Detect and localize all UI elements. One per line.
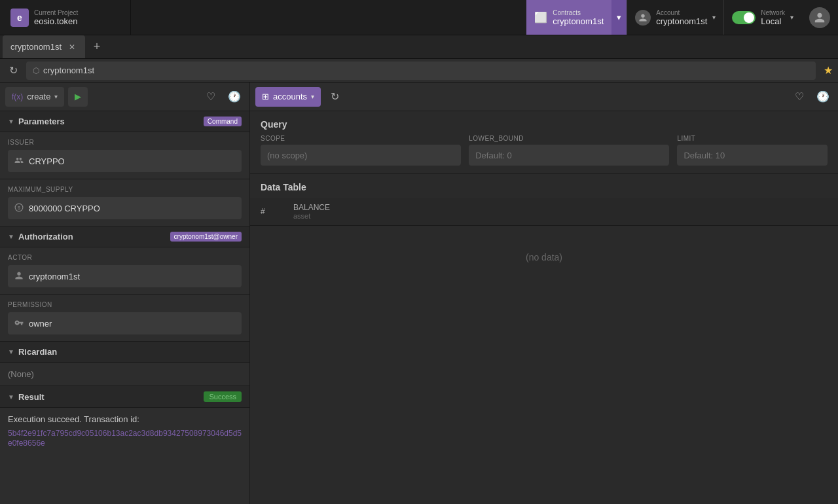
contracts-button[interactable]: ⬜ Contracts cryptonom1st: [526, 0, 611, 35]
authorization-title: Authorization: [18, 232, 73, 242]
permission-label: PERMISSION: [8, 301, 242, 308]
scope-field: SCOPE: [261, 135, 461, 166]
parameters-header: ▼ Parameters Command: [0, 111, 249, 132]
left-panel: f(x) create ▾ ▶ ♡ 🕐 ▼ Parameters Command…: [0, 82, 250, 504]
history-button[interactable]: 🕐: [225, 87, 244, 107]
permission-value: owner: [29, 319, 52, 329]
permission-input[interactable]: owner: [8, 312, 242, 334]
network-name: Local: [761, 16, 785, 26]
svg-text:$: $: [18, 205, 20, 209]
max-supply-param: MAXIMUM_SUPPLY $ 8000000 CRYPPO: [0, 179, 249, 226]
tab-close-button[interactable]: ✕: [67, 42, 77, 52]
ricardian-content: (None): [0, 363, 249, 386]
actor-icon: [14, 271, 24, 282]
address-text: cryptonom1st: [43, 65, 94, 75]
tab-bar: cryptonom1st ✕ +: [0, 35, 838, 59]
contracts-info: Contracts cryptonom1st: [553, 9, 604, 26]
ricardian-header: ▼ Ricardian: [0, 342, 249, 363]
account-name: cryptonom1st: [656, 16, 707, 26]
network-dropdown-arrow[interactable]: ▾: [790, 14, 793, 21]
user-avatar[interactable]: [809, 7, 830, 28]
query-refresh-button[interactable]: ↻: [325, 87, 344, 107]
query-label: Query: [250, 111, 838, 135]
actor-value: cryptonom1st: [29, 272, 80, 281]
project-info: Current Project eosio.token: [34, 9, 78, 26]
authorization-badge: cryptonom1st@owner: [170, 232, 242, 242]
issuer-value: CRYPPO: [29, 156, 65, 166]
scope-input[interactable]: [261, 145, 461, 166]
address-bar: ↻ ⬡ cryptonom1st ★: [0, 59, 838, 82]
max-supply-input[interactable]: $ 8000000 CRYPPO: [8, 197, 242, 219]
parameters-chevron: ▼: [8, 118, 14, 125]
data-table-header: Data Table: [250, 174, 838, 198]
limit-field: LIMIT: [677, 135, 828, 166]
project-icon: e: [10, 9, 29, 27]
ricardian-title: Ricardian: [18, 347, 57, 357]
refresh-button[interactable]: ↻: [5, 63, 21, 79]
function-button[interactable]: f(x) create ▾: [5, 87, 64, 107]
project-name: eosio.token: [34, 16, 78, 26]
address-icon: ⬡: [33, 66, 39, 75]
address-input-wrap[interactable]: ⬡ cryptonom1st: [26, 62, 816, 80]
account-icon: [635, 10, 651, 26]
result-chevron: ▼: [8, 393, 14, 401]
right-history-button[interactable]: 🕐: [813, 87, 833, 107]
result-title: Result: [18, 392, 45, 402]
query-inputs: SCOPE LOWER_BOUND LIMIT: [250, 135, 838, 174]
account-section[interactable]: Account cryptonom1st ▾: [627, 0, 723, 35]
lower-bound-field: LOWER_BOUND: [469, 135, 669, 166]
contracts-name: cryptonom1st: [553, 16, 604, 26]
scope-label: SCOPE: [261, 135, 461, 142]
issuer-icon: [14, 156, 24, 167]
result-badge: Success: [204, 391, 242, 402]
account-info: Account cryptonom1st: [656, 9, 707, 26]
bookmark-icon[interactable]: ★: [824, 64, 833, 77]
table-header-row: # BALANCE asset: [250, 198, 838, 226]
contracts-dropdown-arrow[interactable]: ▾: [611, 0, 627, 35]
ricardian-text: (None): [8, 369, 34, 379]
transaction-id-link[interactable]: 5b4f2e91fc7a795cd9c05106b13ac2ac3d8db934…: [8, 429, 242, 448]
result-header: ▼ Result Success: [0, 386, 249, 408]
data-table: # BALANCE asset (no data): [250, 198, 838, 504]
account-label: Account: [656, 9, 707, 16]
active-tab[interactable]: cryptonom1st ✕: [3, 35, 85, 58]
no-data-message: (no data): [250, 226, 838, 289]
run-button[interactable]: ▶: [68, 87, 88, 107]
function-prefix-icon: f(x): [12, 92, 23, 101]
result-content: Execution succeed. Transaction id: 5b4f2…: [0, 408, 249, 454]
network-toggle[interactable]: [732, 11, 756, 24]
max-supply-value: 8000000 CRYPPO: [29, 204, 100, 213]
accounts-grid-icon: ⊞: [262, 92, 269, 101]
add-tab-button[interactable]: +: [88, 38, 106, 56]
contracts-label: Contracts: [553, 9, 604, 16]
limit-input[interactable]: [677, 145, 828, 166]
issuer-param: ISSUER CRYPPO: [0, 132, 249, 179]
right-favorite-button[interactable]: ♡: [790, 87, 809, 107]
ricardian-chevron: ▼: [8, 348, 14, 355]
current-project: e Current Project eosio.token: [0, 0, 131, 35]
max-supply-label: MAXIMUM_SUPPLY: [8, 186, 242, 193]
left-toolbar: f(x) create ▾ ▶ ♡ 🕐: [0, 82, 249, 111]
col-balance-title: BALANCE: [293, 203, 828, 212]
permission-icon: [14, 318, 24, 329]
issuer-label: ISSUER: [8, 139, 242, 146]
accounts-label: accounts: [273, 92, 307, 101]
result-text: Execution succeed. Transaction id:: [8, 414, 242, 424]
authorization-header: ▼ Authorization cryptonom1st@owner: [0, 226, 249, 247]
network-section: Network Local ▾: [723, 0, 801, 35]
favorite-button[interactable]: ♡: [201, 87, 221, 107]
tab-label: cryptonom1st: [10, 42, 62, 52]
accounts-button[interactable]: ⊞ accounts ▾: [255, 87, 321, 107]
project-label: Current Project: [34, 9, 78, 16]
lower-bound-label: LOWER_BOUND: [469, 135, 669, 142]
parameters-badge: Command: [204, 117, 242, 126]
right-panel: ⊞ accounts ▾ ↻ ♡ 🕐 Query SCOPE LOWER_BOU…: [250, 82, 838, 504]
actor-input[interactable]: cryptonom1st: [8, 265, 242, 287]
top-bar-right: ⬜ Contracts cryptonom1st ▾ Account crypt…: [526, 0, 838, 35]
right-toolbar: ⊞ accounts ▾ ↻ ♡ 🕐: [250, 82, 838, 111]
accounts-dropdown-arrow: ▾: [311, 93, 314, 100]
lower-bound-input[interactable]: [469, 145, 669, 166]
function-name: create: [27, 92, 50, 101]
authorization-chevron: ▼: [8, 233, 14, 240]
issuer-input[interactable]: CRYPPO: [8, 150, 242, 172]
